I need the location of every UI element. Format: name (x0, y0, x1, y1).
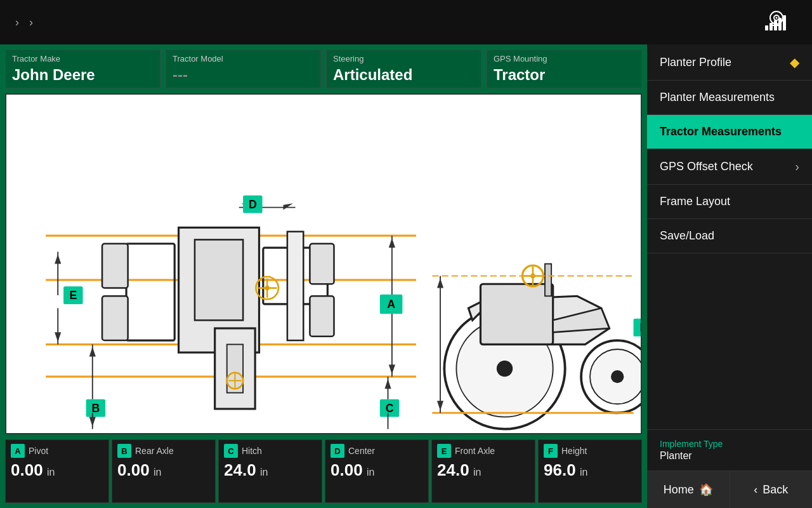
breadcrumb-arrow-1: › (15, 16, 19, 29)
sidebar-item-planter-profile[interactable]: Planter Profile◆ (647, 44, 812, 81)
back-chevron-icon: ‹ (754, 483, 757, 497)
meas-name-d: Center (348, 446, 375, 456)
svg-text:B: B (91, 402, 100, 415)
measurement-a[interactable]: A Pivot 0.00 in (5, 439, 109, 503)
meas-badge-f: F (544, 444, 558, 458)
signal-icon (764, 9, 789, 36)
field-gps-mounting[interactable]: GPS Mounting Tractor (487, 50, 642, 88)
top-bar: › › (0, 0, 812, 44)
meas-unit-d: in (367, 467, 374, 478)
implement-type-label: Implement Type (660, 439, 799, 449)
svg-rect-24 (310, 244, 334, 284)
sidebar-spacer (647, 253, 812, 429)
svg-point-29 (265, 286, 270, 291)
left-content: Tractor Make John DeereTractor Model ---… (0, 44, 647, 508)
sidebar-label-planter-profile: Planter Profile (660, 56, 731, 69)
measurement-f[interactable]: F Height 96.0 in (538, 439, 642, 503)
sidebar-label-save-load: Save/Load (660, 229, 714, 243)
svg-rect-21 (287, 232, 303, 340)
svg-rect-6 (769, 23, 773, 30)
meas-name-a: Pivot (29, 446, 48, 456)
sidebar-label-planter-measurements: Planter Measurements (660, 91, 775, 104)
svg-text:C: C (386, 402, 394, 415)
meas-value-b: 0.00 (117, 460, 150, 479)
fields-row: Tractor Make John DeereTractor Model ---… (5, 50, 642, 88)
meas-value-a: 0.00 (11, 460, 43, 479)
meas-badge-c: C (224, 444, 238, 458)
svg-rect-7 (774, 20, 777, 30)
svg-rect-67 (545, 264, 551, 297)
home-label: Home (664, 483, 694, 497)
svg-point-62 (497, 361, 513, 377)
svg-rect-9 (783, 15, 786, 30)
back-button[interactable]: ‹ Back (730, 471, 813, 508)
top-bar-right (751, 9, 802, 36)
svg-rect-8 (778, 18, 782, 30)
svg-rect-5 (765, 25, 768, 30)
svg-text:F: F (639, 321, 641, 334)
field-steering[interactable]: Steering Articulated (326, 50, 481, 88)
meas-name-e: Front Axle (455, 446, 495, 456)
meas-unit-a: in (47, 467, 55, 478)
measurement-b[interactable]: B Rear Axle 0.00 in (112, 439, 216, 503)
sidebar-bottom-buttons: Home 🏠 ‹ Back (647, 471, 812, 508)
sidebar-item-planter-measurements[interactable]: Planter Measurements (647, 81, 812, 115)
implement-section: Implement Type Planter (647, 429, 812, 471)
sidebar-item-save-load[interactable]: Save/Load (647, 219, 812, 253)
meas-name-b: Rear Axle (135, 446, 174, 456)
right-sidebar: Planter Profile◆Planter MeasurementsTrac… (647, 44, 812, 508)
breadcrumb-arrow-2: › (29, 16, 33, 29)
meas-unit-e: in (473, 467, 481, 478)
svg-rect-25 (310, 296, 334, 336)
warning-icon: ◆ (790, 55, 799, 70)
svg-point-2 (776, 17, 778, 18)
meas-name-f: Height (561, 446, 587, 456)
meas-value-f: 96.0 (544, 460, 576, 479)
measurement-e[interactable]: E Front Axle 24.0 in (431, 439, 535, 503)
home-icon: 🏠 (699, 483, 713, 497)
sidebar-label-gps-offset-check: GPS Offset Check (660, 160, 753, 173)
svg-text:D: D (249, 198, 257, 211)
meas-unit-f: in (580, 467, 587, 478)
sidebar-label-tractor-measurements: Tractor Measurements (660, 125, 782, 138)
svg-rect-22 (102, 244, 128, 288)
meas-unit-b: in (154, 467, 161, 478)
implement-type-value: Planter (660, 450, 799, 462)
meas-name-c: Hitch (242, 446, 262, 456)
meas-badge-a: A (11, 444, 25, 458)
sidebar-label-frame-layout: Frame Layout (660, 195, 730, 208)
diagram-area[interactable]: A D E B C (5, 93, 642, 434)
sidebar-item-frame-layout[interactable]: Frame Layout (647, 185, 812, 219)
meas-value-c: 24.0 (224, 460, 256, 479)
back-label: Back (763, 483, 788, 497)
sidebar-item-tractor-measurements[interactable]: Tractor Measurements (647, 115, 812, 149)
measurements-row: A Pivot 0.00 in B Rear Axle 0.00 in C Hi… (5, 439, 642, 503)
svg-rect-23 (102, 296, 128, 340)
chevron-right-icon: › (795, 159, 799, 174)
meas-badge-b: B (117, 444, 131, 458)
meas-badge-d: D (331, 444, 344, 458)
measurement-c[interactable]: C Hitch 24.0 in (218, 439, 322, 503)
svg-text:A: A (387, 298, 395, 311)
field-tractor-model[interactable]: Tractor Model --- (166, 50, 321, 88)
field-tractor-make[interactable]: Tractor Make John Deere (5, 50, 160, 88)
svg-text:E: E (69, 289, 77, 302)
measurement-d[interactable]: D Center 0.00 in (325, 439, 429, 503)
svg-rect-66 (480, 284, 553, 344)
sidebar-item-gps-offset-check[interactable]: GPS Offset Check› (647, 149, 812, 185)
main-layout: Tractor Make John DeereTractor Model ---… (0, 44, 812, 508)
home-button[interactable]: Home 🏠 (647, 471, 730, 508)
meas-value-d: 0.00 (331, 460, 363, 479)
svg-point-65 (611, 370, 624, 383)
svg-rect-17 (195, 239, 243, 320)
meas-value-e: 24.0 (437, 460, 469, 479)
breadcrumb: › › (10, 16, 38, 29)
meas-unit-c: in (260, 467, 268, 478)
meas-badge-e: E (437, 444, 451, 458)
